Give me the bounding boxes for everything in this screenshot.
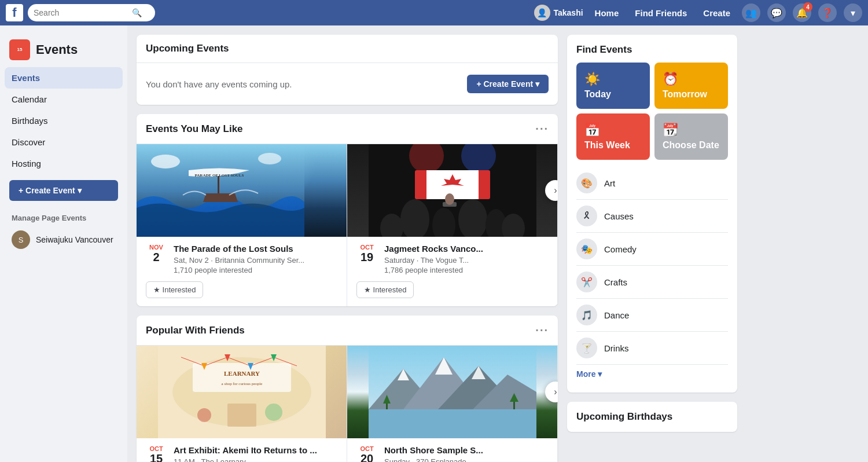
date-tile-choose-date[interactable]: 📆 Choose Date — [654, 113, 728, 160]
sidebar-item-hosting[interactable]: Hosting — [5, 153, 123, 174]
this-week-icon: 📅 — [584, 123, 642, 138]
category-drinks[interactable]: 🍸 Drinks — [576, 331, 728, 364]
events-may-like-grid: PARADE OF LOST SOULS NOV — [137, 144, 558, 306]
category-crafts[interactable]: ✂️ Crafts — [576, 265, 728, 298]
help-icon-btn[interactable]: ❓ — [818, 3, 837, 22]
manage-pages-label: Manage Page Events — [5, 207, 123, 226]
parade-meta: Sat, Nov 2 · Britannia Community Ser... — [174, 256, 337, 265]
find-friends-link[interactable]: Find Friends — [630, 6, 692, 20]
parade-interested-button[interactable]: ★ Interested — [146, 281, 203, 298]
categories-more-btn[interactable]: More ▾ — [576, 364, 728, 383]
event-image-learnary: LEARNARY a shop for curious people — [137, 346, 347, 438]
event-image-rally — [347, 144, 557, 237]
event-card-northshore: OCT 20 North Shore Sample S... Sunday · … — [347, 346, 558, 462]
sidebar: 15 Events Events Calendar Birthdays Disc… — [0, 25, 127, 462]
search-input[interactable] — [34, 8, 132, 17]
choose-date-label: Choose Date — [663, 140, 720, 151]
crafts-icon: ✂️ — [576, 272, 597, 292]
user-name: Takashi — [554, 8, 583, 17]
notifications-icon-btn[interactable]: 🔔 4 — [793, 3, 811, 22]
category-art[interactable]: 🎨 Art — [576, 167, 728, 199]
friends-icon-btn[interactable]: 👥 — [742, 3, 760, 22]
jagmeet-title: Jagmeet Rocks Vanco... — [384, 244, 548, 254]
events-may-like-header: Events You May Like ··· — [137, 114, 558, 144]
sidebar-title: 15 Events — [5, 35, 123, 67]
popular-friends-title: Popular With Friends — [146, 325, 245, 336]
jagmeet-event-info: OCT 19 Jagmeet Rocks Vanco... Saturday ·… — [347, 237, 557, 281]
category-comedy[interactable]: 🎭 Comedy — [576, 232, 728, 265]
svg-rect-32 — [369, 409, 536, 438]
tomorrow-icon: ⏰ — [663, 72, 720, 87]
empty-text: You don't have any events coming up. — [146, 79, 292, 89]
navbar-actions: 👤 Takashi Home Find Friends Create 👥 💬 🔔… — [534, 3, 863, 22]
facebook-logo[interactable]: f — [6, 4, 23, 21]
causes-label: Causes — [604, 211, 634, 221]
jagmeet-meta: Saturday · The Vogue T... — [384, 256, 548, 265]
northshore-month: OCT — [356, 445, 377, 452]
category-causes[interactable]: 🎗 Causes — [576, 199, 728, 232]
learnary-date-box: OCT 15 — [146, 445, 167, 462]
main-content: Upcoming Events You don't have any event… — [127, 25, 567, 462]
learnary-event-info: OCT 15 Art Exhibit: Akemi Ito Returns to… — [137, 438, 347, 462]
drinks-icon: 🍸 — [576, 338, 597, 358]
popular-friends-header: Popular With Friends ··· — [137, 316, 558, 346]
drinks-label: Drinks — [604, 343, 629, 353]
upcoming-events-header: Upcoming Events — [137, 35, 558, 63]
jagmeet-details: Jagmeet Rocks Vanco... Saturday · The Vo… — [384, 244, 548, 274]
page-avatar: S — [12, 230, 30, 249]
parade-event-info: NOV 2 The Parade of the Lost Souls Sat, … — [137, 237, 347, 281]
date-tile-today[interactable]: ☀️ Today — [576, 63, 650, 109]
sidebar-item-birthdays[interactable]: Birthdays — [5, 110, 123, 131]
search-icon: 🔍 — [132, 8, 142, 17]
learnary-details: Art Exhibit: Akemi Ito Returns to ... 11… — [174, 445, 337, 462]
tomorrow-label: Tomorrow — [663, 89, 720, 100]
northshore-title: North Shore Sample S... — [384, 445, 548, 455]
parade-details: The Parade of the Lost Souls Sat, Nov 2 … — [174, 244, 337, 274]
jagmeet-interested-button[interactable]: ★ Interested — [356, 281, 414, 298]
events-you-may-like-section: Events You May Like ··· — [137, 114, 558, 306]
date-tiles-grid: ☀️ Today ⏰ Tomorrow 📅 This Week 📆 Choose… — [576, 63, 728, 160]
search-bar[interactable]: 🔍 — [28, 4, 155, 21]
create-link[interactable]: Create — [698, 6, 735, 20]
popular-friends-grid: LEARNARY a shop for curious people — [137, 346, 558, 462]
sidebar-item-calendar[interactable]: Calendar — [5, 89, 123, 110]
choose-date-icon: 📆 — [663, 123, 720, 138]
dance-label: Dance — [604, 310, 629, 320]
messenger-icon-btn[interactable]: 💬 — [767, 3, 786, 22]
sidebar-item-events[interactable]: Events — [5, 67, 123, 89]
this-week-label: This Week — [584, 140, 642, 151]
dropdown-icon-btn[interactable]: ▾ — [844, 3, 862, 22]
home-link[interactable]: Home — [590, 6, 624, 20]
sidebar-title-text: Events — [36, 42, 78, 57]
art-icon: 🎨 — [576, 173, 597, 193]
date-tile-tomorrow[interactable]: ⏰ Tomorrow — [654, 63, 728, 109]
upcoming-events-section: Upcoming Events You don't have any event… — [137, 35, 558, 105]
jagmeet-day: 19 — [356, 251, 377, 264]
svg-rect-26 — [227, 404, 256, 427]
birthdays-title: Upcoming Birthdays — [576, 411, 728, 423]
learnary-day: 15 — [146, 452, 167, 462]
northshore-event-info: OCT 20 North Shore Sample S... Sunday · … — [347, 438, 557, 462]
event-card-parade: PARADE OF LOST SOULS NOV — [137, 144, 347, 306]
sidebar-create-event-button[interactable]: + Create Event ▾ — [9, 180, 118, 201]
user-profile[interactable]: 👤 Takashi — [534, 5, 583, 21]
upcoming-events-title: Upcoming Events — [146, 43, 229, 54]
northshore-meta: Sunday · 370 Esplanade... — [384, 457, 548, 462]
event-image-mountain — [347, 346, 557, 438]
today-icon: ☀️ — [584, 72, 642, 87]
svg-text:LEARNARY: LEARNARY — [224, 370, 260, 377]
app-body: 15 Events Events Calendar Birthdays Disc… — [0, 25, 868, 462]
categories-list: 🎨 Art 🎗 Causes 🎭 Comedy ✂️ Crafts 🎵 — [576, 167, 728, 383]
events-may-like-more-btn[interactable]: ··· — [535, 122, 549, 135]
svg-point-18 — [445, 193, 454, 205]
category-dance[interactable]: 🎵 Dance — [576, 298, 728, 331]
create-event-button[interactable]: + Create Event ▾ — [467, 75, 549, 93]
page-name: Seiwajuku Vancouver — [36, 235, 113, 244]
date-tile-this-week[interactable]: 📅 This Week — [576, 113, 650, 160]
crafts-label: Crafts — [604, 277, 627, 287]
sidebar-item-discover[interactable]: Discover — [5, 131, 123, 153]
sidebar-page-seiwajuku[interactable]: S Seiwajuku Vancouver — [5, 226, 123, 254]
popular-friends-more-btn[interactable]: ··· — [535, 324, 549, 337]
event-card-jagmeet: OCT 19 Jagmeet Rocks Vanco... Saturday ·… — [347, 144, 558, 306]
svg-text:a shop for curious people: a shop for curious people — [221, 382, 262, 386]
